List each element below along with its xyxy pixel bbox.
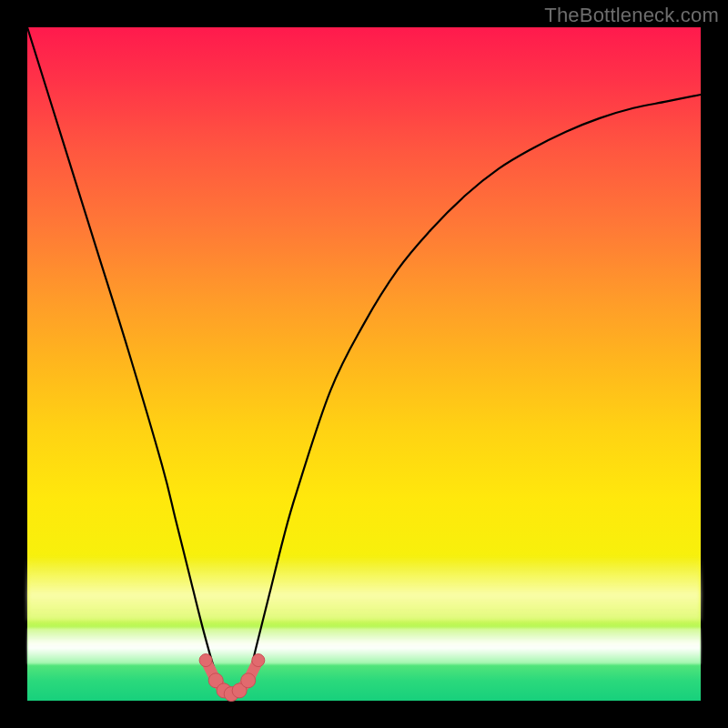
chart-svg (27, 27, 701, 701)
bead-cluster (199, 654, 265, 702)
chart-frame: TheBottleneck.com (0, 0, 728, 728)
bottleneck-curve (27, 27, 701, 695)
bead-point (252, 654, 265, 667)
bead-point (241, 673, 256, 688)
bead-point (199, 654, 212, 667)
watermark-text: TheBottleneck.com (544, 4, 719, 27)
